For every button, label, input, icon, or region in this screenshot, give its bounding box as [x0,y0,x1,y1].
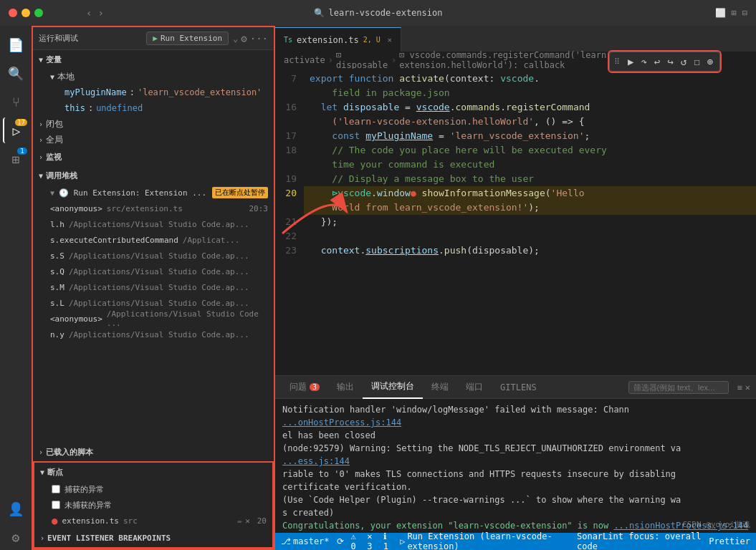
watch-header[interactable]: › 监视 [33,148,274,166]
variables-header[interactable]: ▼ 变量 [33,50,274,69]
status-warnings[interactable]: ⚠ 0 [351,531,360,550]
layout-icon[interactable]: ⊞ [732,8,737,18]
run-extension-btn[interactable]: ▶ Run Extension [146,32,229,45]
callstack-item-6[interactable]: s.L /Applications/Visual Studio Code.ap.… [33,295,274,311]
sidebar-item-run[interactable]: ▷ 17 [3,117,29,143]
callstack-item-1[interactable]: l.h /Applications/Visual Studio Code.ap.… [33,216,274,232]
continue-button[interactable]: ▶ [626,54,636,69]
tab-modified-badge: 2, U [363,36,381,44]
gear-icon[interactable]: ⚙ [241,33,247,44]
debug-controls: ▶ Run Extension ⌄ ⚙ ··· [146,32,268,45]
callstack-item-0[interactable]: <anonymous> src/extension.ts 20:3 [33,201,274,216]
close-button[interactable] [9,9,17,17]
more-icon[interactable]: ··· [250,33,268,44]
terminal-line-3: (node:92579) Warning: Setting the NODE_T… [282,442,749,468]
tab-output[interactable]: 输出 [328,376,363,399]
step-over-button[interactable]: ↷ [638,54,649,69]
disconnect-button[interactable]: ⊕ [705,54,715,69]
chevron-down-icon: ▼ [39,56,43,64]
status-sonarlint[interactable]: SonarLint focus: overall code [577,531,702,550]
caught-exceptions-checkbox[interactable] [52,485,60,493]
split-editor-icon[interactable]: ⬜ [715,8,726,18]
event-listener-header[interactable]: › EVENT LISTENER BREAKPOINTS [34,529,272,547]
breakpoints-header[interactable]: ▼ 断点 [34,463,272,481]
activity-bar: 📄 🔍 ⑂ ▷ 17 ⊞ 1 👤 ⚙ [0,26,32,550]
callstack-run-item[interactable]: ▼ 🕐 Run Extension: Extension ... 已在断点处暂停 [33,185,274,201]
filter-input[interactable] [628,381,729,394]
sidebar-item-scm[interactable]: ⑂ [3,89,29,115]
scripts-header[interactable]: › 已载入的脚本 [33,443,274,461]
tab-extension-ts[interactable]: Ts extension.ts 2, U ✕ [275,27,401,52]
status-info[interactable]: ℹ 1 [383,531,391,550]
breadcrumb-activate[interactable]: activate [284,55,325,65]
code-line-17: const myPluginName = 'learn_vscode_exten… [304,129,756,143]
editor-relative: ⠿ ▶ ↷ ↩ ↪ ↺ ☐ ⊕ Ts extension.ts 2, U ✕ [275,26,756,375]
terminal-line-1: Notification handler 'window/logMessage'… [282,403,749,429]
code-line-18b: time your command is executed [304,158,756,172]
terminal-link-1[interactable]: ...onHostProcess.js:144 [282,418,401,428]
callstack-item-5[interactable]: s.M /Applications/Visual Studio Code.ap.… [33,279,274,295]
status-prettier[interactable]: Prettier [709,536,750,546]
tab-debug-console[interactable]: 调试控制台 [363,376,423,399]
maximize-button[interactable] [34,9,43,17]
dropdown-icon[interactable]: ⌄ [233,34,238,44]
tab-ports[interactable]: 端口 [457,376,492,399]
callstack-item-8[interactable]: n.y /Applications/Visual Studio Code.ap.… [33,327,274,342]
local-vars-header[interactable]: ▼ 本地 [44,69,274,85]
bp-file-item[interactable]: ● extension.ts src ✏ ✕ 20 [34,513,272,529]
panel-collapse-icon[interactable]: ≡ [737,382,742,392]
variables-section: ▼ 变量 ▼ 本地 myPluginName : 'learn_vscode_e… [33,50,274,148]
sidebar-item-search[interactable]: 🔍 [3,60,29,86]
nav-forward-icon[interactable]: › [97,7,103,19]
callstack-header[interactable]: ▼ 调用堆栈 [33,166,274,185]
sidebar-item-settings[interactable]: ⚙ [3,524,29,550]
closure-vars-header[interactable]: › 闭包 [33,116,274,132]
fullscreen-icon[interactable]: ⊟ [742,8,747,18]
terminal-line-2: el has been closed [282,429,749,442]
tab-gitlens[interactable]: GITLENS [492,376,545,399]
chevron-right-icon: › [39,448,43,456]
sync-icon: ⟳ [337,536,344,546]
global-vars-header[interactable]: › 全局 [33,132,274,148]
chevron-right-icon: › [40,534,44,542]
tab-close-icon[interactable]: ✕ [388,36,392,44]
close-icon[interactable]: ✕ [245,516,250,526]
tab-problems[interactable]: 问题 3 [281,376,328,399]
sidebar-item-extensions[interactable]: ⊞ 1 [3,146,29,172]
stop-button[interactable]: ☐ [692,54,702,69]
sidebar-item-explorer[interactable]: 📄 [3,32,29,57]
scripts-section: › 已载入的脚本 [33,443,274,461]
run-status-icon: ▷ [400,536,405,546]
status-errors[interactable]: ✕ 3 [367,531,376,550]
tab-bar: Ts extension.ts 2, U ✕ [275,26,756,52]
step-out-button[interactable]: ↪ [665,54,675,69]
tab-terminal[interactable]: 终端 [423,376,457,399]
callstack-item-3[interactable]: s.S /Applications/Visual Studio Code.ap.… [33,248,274,264]
paused-badge: 已在断点处暂停 [212,187,268,198]
callstack-item-7[interactable]: <anonymous> /Applications/Visual Studio … [33,311,274,327]
sidebar-item-accounts[interactable]: 👤 [3,496,29,521]
edit-icon[interactable]: ✏ [238,516,243,526]
callstack-item-2[interactable]: s.executeContributedCommand /Applicat... [33,232,274,248]
status-left: ⎇ master* ⟳ ⚠ 0 ✕ 3 ℹ 1 [281,531,391,550]
status-sync[interactable]: ⟳ [337,536,344,546]
bp-caught-exceptions: 捕获的异常 [34,481,272,497]
status-right: ▷ Run Extension (learn-vscode-extension)… [400,531,750,550]
minimize-button[interactable] [21,9,30,17]
code-line-22 [304,229,756,243]
callstack-run-label: 🕐 Run Extension: Extension ... [59,188,206,198]
terminal-link-2[interactable]: ...ess.js:144 [282,456,350,466]
code-line-23: context.subscriptions.push(disposable); [304,243,756,258]
callstack-item-4[interactable]: s.Q /Applications/Visual Studio Code.ap.… [33,264,274,279]
status-branch[interactable]: ⎇ master* [281,536,330,546]
nav-arrows: ‹ › [86,7,104,19]
status-run-label[interactable]: ▷ Run Extension (learn-vscode-extension) [400,531,570,550]
panel-minimize-icon[interactable]: ✕ [745,382,750,392]
restart-button[interactable]: ↺ [679,54,689,69]
nav-back-icon[interactable]: ‹ [86,7,92,19]
extensions-badge: 1 [17,148,27,155]
breadcrumb-disposable[interactable]: ⊡ disposable [336,50,388,70]
step-into-button[interactable]: ↩ [652,54,662,69]
uncaught-exceptions-checkbox[interactable] [52,501,60,509]
code-line-20: ▷ ⊳vscode.window● showInformationMessage… [304,186,756,201]
